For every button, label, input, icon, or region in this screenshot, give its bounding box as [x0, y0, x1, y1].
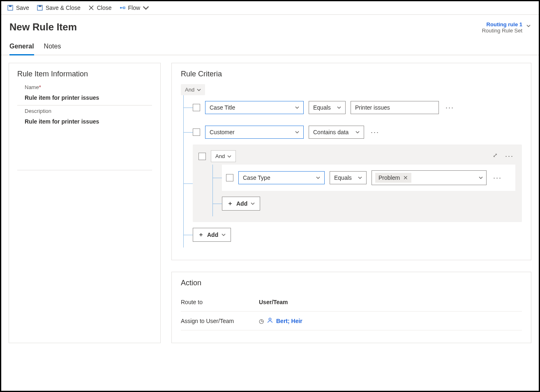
field-select[interactable]: Case Title: [205, 101, 304, 114]
description-label: Description: [25, 108, 152, 114]
svg-point-5: [120, 7, 122, 9]
row-checkbox[interactable]: [198, 153, 206, 160]
save-close-button[interactable]: • Save & Close: [37, 5, 81, 11]
more-icon[interactable]: ···: [503, 152, 515, 160]
close-button[interactable]: Close: [88, 5, 112, 11]
operator-label: Contains data: [313, 129, 348, 135]
tab-general[interactable]: General: [9, 43, 34, 55]
save-close-icon: •: [37, 5, 43, 11]
page-title: New Rule Item: [9, 21, 77, 33]
field-label: Case Type: [243, 174, 270, 181]
value-multiselect[interactable]: Problem ✕: [372, 170, 487, 185]
operator-select[interactable]: Equals: [309, 101, 346, 114]
collapse-icon[interactable]: ⤢: [493, 152, 498, 160]
chevron-down-icon: [355, 130, 360, 134]
criteria-group-row: And ⤢ ··· Ca: [193, 144, 522, 222]
criteria-row: Case Title Equals Printer issues ···: [193, 95, 522, 120]
name-field[interactable]: Rule item for printer issues: [17, 92, 152, 105]
chevron-down-icon: [337, 105, 341, 110]
chevron-down-icon: [251, 202, 255, 206]
operator-label: Equals: [334, 174, 352, 181]
flow-icon: [119, 5, 126, 11]
root-operator-label: And: [185, 87, 194, 93]
chevron-down-icon: [316, 176, 320, 180]
action-card: Action Route to User/Team Assign to User…: [171, 272, 531, 343]
svg-point-7: [269, 318, 271, 320]
rule-item-info-card: Rule Item Information Name* Rule item fo…: [9, 63, 161, 343]
assign-link[interactable]: Bert; Heir: [276, 318, 302, 324]
field-select[interactable]: Case Type: [238, 171, 325, 184]
recent-icon: ◷: [259, 318, 264, 324]
flow-label: Flow: [128, 5, 141, 11]
plus-icon: ＋: [198, 231, 204, 238]
operator-select[interactable]: Contains data: [309, 126, 364, 139]
close-icon: [88, 5, 95, 11]
plus-icon: ＋: [227, 200, 233, 207]
remove-tag-icon[interactable]: ✕: [403, 174, 408, 181]
row-checkbox[interactable]: [193, 104, 200, 111]
svg-rect-1: [9, 5, 12, 7]
group-operator-label: And: [215, 153, 225, 159]
context-sub: Routing Rule Set: [482, 28, 522, 34]
tab-notes[interactable]: Notes: [44, 43, 61, 55]
save-button[interactable]: Save: [7, 5, 29, 11]
add-row: ＋ Add: [193, 222, 522, 248]
add-label: Add: [207, 232, 218, 238]
value-input[interactable]: Printer issues: [351, 101, 439, 114]
operator-label: Equals: [313, 104, 331, 111]
value-tag: Problem ✕: [375, 173, 411, 183]
assign-label: Assign to User/Team: [181, 318, 259, 324]
chevron-down-icon: [479, 176, 483, 180]
field-label: Customer: [210, 129, 235, 135]
svg-text:•: •: [41, 5, 42, 7]
action-section-title: Action: [181, 279, 522, 287]
save-label: Save: [16, 5, 29, 11]
chevron-down-icon: [143, 5, 149, 11]
chevron-down-icon: [222, 233, 226, 237]
route-to-label: Route to: [181, 299, 259, 305]
more-icon[interactable]: ···: [492, 174, 503, 182]
chevron-down-icon: [197, 88, 201, 92]
add-condition-button[interactable]: ＋ Add: [222, 197, 260, 211]
add-row: ＋ Add: [222, 191, 515, 216]
description-field[interactable]: Rule item for printer issues: [17, 116, 152, 170]
save-icon: [7, 5, 14, 11]
route-to-value[interactable]: User/Team: [259, 299, 288, 305]
row-checkbox[interactable]: [226, 174, 233, 181]
chevron-down-icon: [358, 176, 362, 180]
tag-text: Problem: [378, 174, 400, 181]
info-section-title: Rule Item Information: [17, 70, 152, 78]
assign-value[interactable]: ◷ Bert; Heir: [259, 317, 302, 324]
chevron-down-icon: [295, 130, 299, 134]
chevron-down-icon: [295, 105, 299, 110]
add-label: Add: [236, 200, 247, 207]
flow-button[interactable]: Flow: [119, 5, 150, 11]
group-operator-select[interactable]: And: [211, 150, 236, 162]
name-label: Name*: [25, 84, 152, 90]
rule-criteria-card: Rule Criteria And Case Title Equals: [171, 63, 531, 260]
close-label: Close: [97, 5, 112, 11]
person-icon: [267, 317, 273, 324]
context-link[interactable]: Routing rule 1: [482, 21, 522, 28]
save-close-label: Save & Close: [46, 5, 81, 11]
field-label: Case Title: [210, 104, 235, 111]
add-condition-button[interactable]: ＋ Add: [193, 228, 231, 242]
more-icon[interactable]: ···: [369, 128, 381, 137]
criteria-row: Case Type Equals Problem: [222, 165, 515, 191]
criteria-section-title: Rule Criteria: [181, 70, 522, 78]
operator-select[interactable]: Equals: [330, 171, 367, 184]
chevron-down-icon[interactable]: [526, 24, 531, 28]
chevron-down-icon: [227, 154, 231, 158]
root-operator-select[interactable]: And: [181, 84, 205, 95]
more-icon[interactable]: ···: [444, 103, 456, 112]
criteria-row: Customer Contains data ···: [193, 120, 522, 144]
field-select[interactable]: Customer: [205, 126, 304, 139]
svg-rect-6: [123, 7, 125, 9]
value-text: Printer issues: [355, 104, 390, 111]
row-checkbox[interactable]: [193, 128, 200, 136]
